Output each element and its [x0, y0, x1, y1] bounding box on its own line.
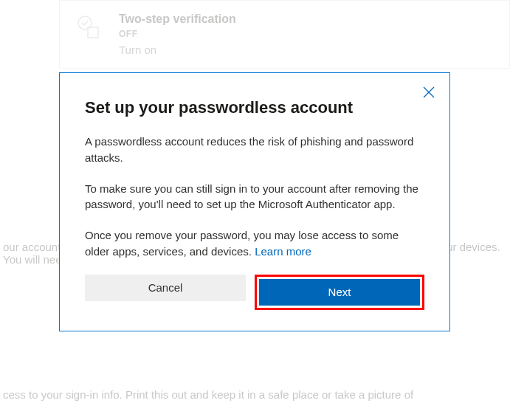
- dialog-title: Set up your passwordless account: [85, 98, 424, 117]
- two-step-title: Two-step verification: [119, 13, 236, 26]
- dialog-paragraph-2: To make sure you can still sign in to yo…: [85, 181, 424, 213]
- two-step-turn-on-link: Turn on: [119, 44, 236, 56]
- two-step-status: OFF: [119, 29, 236, 39]
- shield-check-icon: [75, 13, 104, 42]
- dialog-body: A passwordless account reduces the risk …: [85, 134, 424, 260]
- passwordless-setup-dialog: Set up your passwordless account A passw…: [59, 72, 450, 331]
- next-button-highlight: Next: [255, 275, 424, 310]
- background-text-lower: cess to your sign-in info. Print this ou…: [0, 388, 510, 401]
- close-icon: [421, 85, 436, 100]
- cancel-button[interactable]: Cancel: [85, 275, 246, 301]
- dialog-paragraph-1: A passwordless account reduces the risk …: [85, 134, 424, 166]
- two-step-card: Two-step verification OFF Turn on: [59, 0, 510, 69]
- next-button[interactable]: Next: [259, 279, 420, 306]
- svg-rect-1: [88, 27, 98, 38]
- learn-more-link[interactable]: Learn more: [255, 245, 311, 258]
- dialog-paragraph-3: Once you remove your password, you may l…: [85, 227, 424, 260]
- close-button[interactable]: [418, 82, 439, 103]
- dialog-button-row: Cancel Next: [85, 275, 424, 310]
